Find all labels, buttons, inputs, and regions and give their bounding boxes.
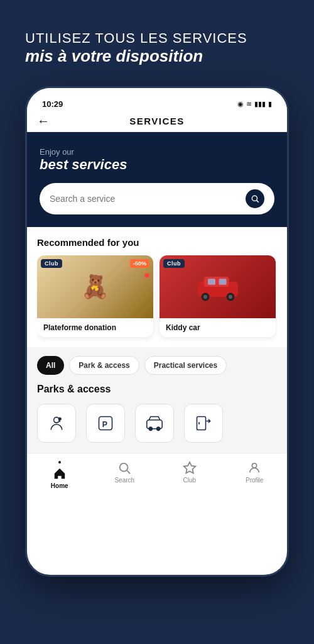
status-icons: ◉ ≋ ▮▮▮ ▮ <box>237 100 272 108</box>
cards-row: 🧸 Club -50% Plateforme donation <box>37 255 277 347</box>
svg-marker-21 <box>184 462 195 473</box>
hero-section: Enjoy our best services <box>27 132 287 227</box>
exit-service-icon[interactable] <box>184 404 223 443</box>
svg-rect-8 <box>208 279 215 285</box>
hero-title: best services <box>40 157 274 173</box>
bottom-nav: Home Search Club Profi <box>27 453 287 494</box>
status-bar: 10:29 ◉ ≋ ▮▮▮ ▮ <box>27 88 287 111</box>
search-bar[interactable] <box>40 183 274 214</box>
filter-tab-all[interactable]: All <box>37 356 64 375</box>
page-wrapper: UTILISEZ TOUS LES SERVICES mis à votre d… <box>0 0 314 644</box>
nav-search-icon <box>117 461 131 475</box>
svg-text:P: P <box>102 420 107 429</box>
nav-item-search[interactable]: Search <box>92 458 158 492</box>
person-icon <box>48 414 65 432</box>
filter-tabs: All Park & access Practical services <box>37 356 277 375</box>
nav-item-club[interactable]: Club <box>157 458 222 492</box>
phone-frame: 10:29 ◉ ≋ ▮▮▮ ▮ ← SERVICES Enjoy our bes… <box>25 86 289 577</box>
page-title: SERVICES <box>129 116 185 126</box>
nav-active-indicator <box>58 461 61 464</box>
person-service-icon[interactable] <box>37 404 76 443</box>
svg-line-20 <box>127 470 130 474</box>
filter-section: All Park & access Practical services <box>27 347 287 384</box>
wifi-icon: ≋ <box>246 100 252 108</box>
card-kiddy[interactable]: Club Kiddy car <box>160 255 276 337</box>
search-input[interactable] <box>50 194 241 204</box>
search-icon <box>251 194 259 203</box>
nav-search-label: Search <box>114 477 134 484</box>
alarm-icon: ◉ <box>237 100 244 108</box>
club-badge-donation: Club <box>41 259 62 268</box>
svg-point-7 <box>228 295 232 299</box>
home-icon <box>53 467 67 480</box>
headline-bottom: mis à votre disposition <box>25 47 289 66</box>
nav-club-label: Club <box>183 477 196 484</box>
svg-point-0 <box>252 196 257 201</box>
parking-icon: P <box>97 414 114 432</box>
toy-emoji-icon: 🧸 <box>81 274 109 300</box>
card-kiddy-title: Kiddy car <box>160 318 276 337</box>
car-image-icon <box>193 271 243 303</box>
filter-tab-practical[interactable]: Practical services <box>144 356 227 375</box>
parking-service-icon[interactable]: P <box>86 404 125 443</box>
car-entry-icon <box>146 414 163 432</box>
headline-section: UTILISEZ TOUS LES SERVICES mis à votre d… <box>0 0 314 86</box>
service-icons-row: P <box>37 404 277 443</box>
hero-enjoy-label: Enjoy our <box>40 147 274 157</box>
svg-point-19 <box>120 464 128 472</box>
exit-icon <box>195 414 212 432</box>
battery-icon: ▮ <box>268 100 272 108</box>
nav-home-label: Home <box>51 482 68 489</box>
svg-line-1 <box>257 201 259 203</box>
nav-club-icon <box>183 461 197 475</box>
svg-rect-17 <box>197 417 206 430</box>
car-entry-service-icon[interactable] <box>135 404 174 443</box>
svg-rect-9 <box>219 279 226 285</box>
status-time: 10:29 <box>42 99 63 109</box>
back-button[interactable]: ← <box>37 114 50 128</box>
app-header: ← SERVICES <box>27 111 287 132</box>
card-kiddy-image: Club <box>160 255 276 318</box>
parks-section-title: Parks & access <box>37 384 277 395</box>
search-submit-button[interactable] <box>246 189 264 208</box>
filter-tab-park[interactable]: Park & access <box>69 356 139 375</box>
nav-item-profile[interactable]: Profile <box>222 458 288 492</box>
nav-profile-icon <box>247 461 261 475</box>
card-donation-title: Plateforme donation <box>37 318 153 337</box>
card-donation-image: 🧸 Club -50% <box>37 255 153 318</box>
svg-point-22 <box>252 464 257 468</box>
recommended-title: Recommended for you <box>37 237 277 248</box>
parks-section: Parks & access P <box>27 384 287 453</box>
recommended-section: Recommended for you 🧸 Club -50% Platefor… <box>27 227 287 347</box>
svg-point-16 <box>157 427 160 430</box>
card-donation[interactable]: 🧸 Club -50% Plateforme donation <box>37 255 153 337</box>
svg-point-11 <box>58 417 62 420</box>
nav-profile-label: Profile <box>246 477 263 484</box>
svg-point-5 <box>203 295 207 299</box>
signal-icon: ▮▮▮ <box>254 100 266 108</box>
headline-top: UTILISEZ TOUS LES SERVICES <box>25 30 289 47</box>
discount-badge: -50% <box>130 259 149 268</box>
discount-dot <box>144 273 149 278</box>
svg-point-15 <box>149 427 152 430</box>
club-badge-kiddy: Club <box>163 259 185 268</box>
nav-item-home[interactable]: Home <box>27 458 92 492</box>
